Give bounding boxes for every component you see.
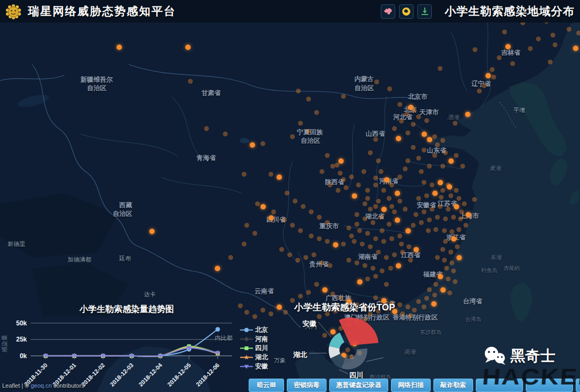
- virus-button[interactable]: 永恒之蓝: [576, 379, 580, 392]
- virus-button[interactable]: 密锁病毒: [287, 379, 327, 392]
- globe-icon[interactable]: [399, 4, 414, 19]
- china-map-icon[interactable]: [381, 4, 395, 19]
- threat-dashboard: 黑龙江省吉林省辽宁省内蒙古自治区北京市北京天津市河北省山西省山东省陕西省河南省宁…: [0, 0, 580, 392]
- download-icon[interactable]: [417, 4, 432, 19]
- virus-button[interactable]: 敲诈勒索: [433, 379, 473, 392]
- province-borders: [81, 16, 491, 301]
- virus-button[interactable]: [526, 379, 573, 392]
- legend-label: 湖北: [255, 353, 268, 362]
- page-title: 小学生勒索感染地域分布: [445, 4, 575, 19]
- legend-label: 安徽: [255, 362, 268, 371]
- legend-label: 河南: [255, 335, 268, 344]
- lake: [17, 92, 50, 110]
- legend-label: 北京: [255, 325, 268, 335]
- virus-button[interactable]: 惠普键盘记录器: [329, 379, 388, 392]
- virus-button[interactable]: [476, 379, 523, 392]
- legend-label: 四川: [255, 344, 268, 353]
- geoq-link[interactable]: geoq.cn: [31, 382, 52, 389]
- app-title: 瑞星网络威胁态势感知平台: [28, 4, 176, 19]
- lake: [240, 138, 249, 143]
- sea-bay: [97, 346, 211, 392]
- terrain-shade: [0, 193, 118, 258]
- header-bar: 瑞星网络威胁态势感知平台 小学生勒索感染地域分布: [0, 0, 580, 23]
- legend-item[interactable]: 北京: [240, 325, 268, 335]
- trend-legend: 北京河南四川湖北安徽: [240, 325, 268, 371]
- legend-item[interactable]: 湖北: [240, 353, 268, 362]
- virus-button[interactable]: 暗云Ⅲ: [249, 379, 284, 392]
- legend-item[interactable]: 安徽: [240, 362, 268, 371]
- virus-button-bar: 暗云Ⅲ密锁病毒惠普键盘记录器网络扫描敲诈勒索永恒之蓝: [249, 379, 580, 392]
- legend-item[interactable]: 河南: [240, 335, 268, 344]
- sea-east: [292, 15, 580, 392]
- virus-button[interactable]: 网络扫描: [391, 379, 431, 392]
- rising-lion-logo: [5, 3, 21, 19]
- legend-marker: [240, 336, 253, 342]
- legend-marker: [240, 364, 253, 369]
- legend-marker: [240, 327, 253, 333]
- terrain-shade: [32, 263, 129, 317]
- legend-marker: [240, 345, 253, 351]
- header-icon-group: [381, 4, 432, 19]
- legend-marker: [240, 354, 253, 360]
- hainan-island: [324, 342, 355, 365]
- china-map[interactable]: [0, 0, 580, 392]
- leaflet-credit: Leaflet: [2, 382, 20, 389]
- legend-item[interactable]: 四川: [240, 344, 268, 353]
- map-attribution: Leaflet | © geoq.cn contributors: [2, 382, 84, 389]
